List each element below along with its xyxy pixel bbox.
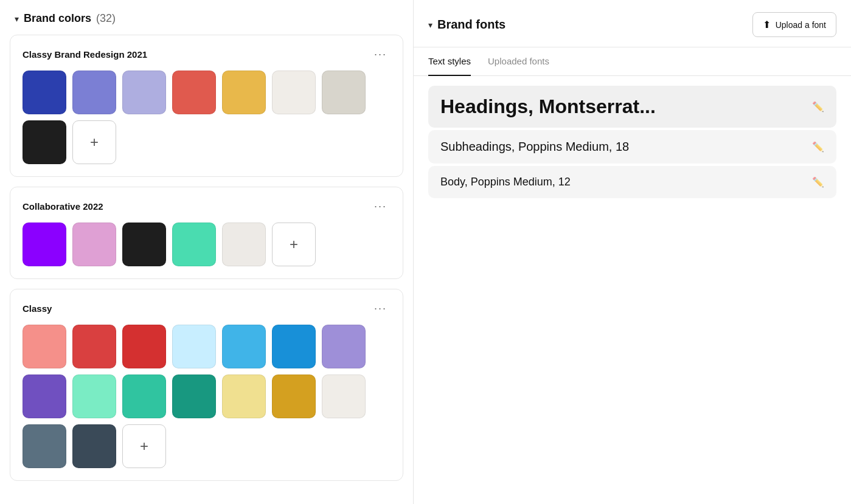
tab-text-styles[interactable]: Text styles bbox=[428, 47, 471, 76]
color-swatch[interactable] bbox=[72, 71, 116, 114]
color-group-collaborative-swatches: + bbox=[23, 223, 391, 266]
add-color-swatch-collaborative[interactable]: + bbox=[272, 223, 316, 266]
text-style-subheading-label: Subheadings, Poppins Medium, 18 bbox=[440, 140, 812, 154]
color-swatch[interactable] bbox=[272, 325, 316, 368]
color-swatch[interactable] bbox=[222, 71, 266, 114]
color-group-collaborative-header: Collaborative 2022 ··· bbox=[23, 199, 391, 213]
brand-colors-header: ▾ Brand colors (32) bbox=[0, 12, 413, 35]
color-swatch[interactable] bbox=[172, 71, 216, 114]
color-group-classy-more[interactable]: ··· bbox=[370, 302, 391, 315]
text-style-body-label: Body, Poppins Medium, 12 bbox=[440, 176, 812, 188]
add-color-swatch-classy-brand[interactable]: + bbox=[72, 120, 116, 164]
brand-fonts-header-left: ▾ Brand fonts bbox=[428, 18, 505, 32]
color-group-classy-swatches: + bbox=[23, 325, 391, 468]
color-swatch[interactable] bbox=[322, 375, 366, 418]
brand-colors-chevron[interactable]: ▾ bbox=[15, 14, 19, 24]
color-swatch[interactable] bbox=[23, 375, 66, 418]
color-swatch[interactable] bbox=[322, 71, 366, 114]
color-swatch[interactable] bbox=[23, 325, 66, 368]
color-swatch[interactable] bbox=[23, 223, 66, 266]
brand-fonts-header: ▾ Brand fonts ⬆ Upload a font bbox=[414, 0, 851, 47]
color-group-classy-name: Classy bbox=[23, 303, 52, 314]
color-swatch[interactable] bbox=[23, 120, 66, 164]
edit-heading-icon[interactable]: ✏️ bbox=[812, 101, 824, 112]
color-group-classy-brand-name: Classy Brand Redesign 2021 bbox=[23, 49, 147, 60]
color-swatch[interactable] bbox=[172, 375, 216, 418]
brand-fonts-chevron[interactable]: ▾ bbox=[428, 20, 432, 30]
brand-fonts-title: Brand fonts bbox=[437, 18, 505, 32]
tab-uploaded-fonts[interactable]: Uploaded fonts bbox=[488, 47, 549, 76]
upload-font-label: Upload a font bbox=[776, 20, 826, 30]
color-group-classy-header: Classy ··· bbox=[23, 302, 391, 315]
text-style-body[interactable]: Body, Poppins Medium, 12 ✏️ bbox=[428, 166, 836, 198]
color-swatch[interactable] bbox=[72, 325, 116, 368]
color-group-collaborative-name: Collaborative 2022 bbox=[23, 201, 103, 212]
color-swatch[interactable] bbox=[72, 375, 116, 418]
color-swatch[interactable] bbox=[122, 325, 166, 368]
color-group-classy-brand-more[interactable]: ··· bbox=[370, 47, 391, 61]
font-tabs: Text styles Uploaded fonts bbox=[414, 47, 851, 76]
color-swatch[interactable] bbox=[122, 375, 166, 418]
color-group-classy-brand-header: Classy Brand Redesign 2021 ··· bbox=[23, 47, 391, 61]
brand-colors-title: Brand colors bbox=[24, 12, 91, 25]
color-swatch[interactable] bbox=[272, 71, 316, 114]
color-swatch[interactable] bbox=[122, 223, 166, 266]
text-style-subheading[interactable]: Subheadings, Poppins Medium, 18 ✏️ bbox=[428, 130, 836, 164]
color-swatch[interactable] bbox=[322, 325, 366, 368]
color-group-classy-brand: Classy Brand Redesign 2021 ··· + bbox=[10, 35, 403, 177]
text-style-heading[interactable]: Headings, Montserrat... ✏️ bbox=[428, 86, 836, 128]
color-swatch[interactable] bbox=[23, 71, 66, 114]
color-swatch[interactable] bbox=[172, 325, 216, 368]
edit-body-icon[interactable]: ✏️ bbox=[812, 176, 824, 188]
color-swatch[interactable] bbox=[272, 375, 316, 418]
color-swatch[interactable] bbox=[222, 325, 266, 368]
color-swatch[interactable] bbox=[222, 375, 266, 418]
text-style-heading-label: Headings, Montserrat... bbox=[440, 95, 812, 118]
text-styles-list: Headings, Montserrat... ✏️ Subheadings, … bbox=[414, 76, 851, 208]
brand-colors-panel: ▾ Brand colors (32) Classy Brand Redesig… bbox=[0, 0, 414, 504]
edit-subheading-icon[interactable]: ✏️ bbox=[812, 141, 824, 153]
upload-font-button[interactable]: ⬆ Upload a font bbox=[752, 12, 836, 37]
brand-fonts-panel: ▾ Brand fonts ⬆ Upload a font Text style… bbox=[414, 0, 851, 504]
color-swatch[interactable] bbox=[23, 424, 66, 468]
color-swatch[interactable] bbox=[122, 71, 166, 114]
color-swatch[interactable] bbox=[222, 223, 266, 266]
color-swatch[interactable] bbox=[72, 424, 116, 468]
upload-icon: ⬆ bbox=[763, 19, 771, 30]
brand-colors-count: (32) bbox=[96, 12, 116, 25]
color-swatch[interactable] bbox=[172, 223, 216, 266]
color-group-collaborative-more[interactable]: ··· bbox=[370, 199, 391, 213]
color-group-classy: Classy ··· + bbox=[10, 289, 403, 481]
color-group-classy-brand-swatches: + bbox=[23, 71, 391, 164]
color-swatch[interactable] bbox=[72, 223, 116, 266]
color-group-collaborative: Collaborative 2022 ··· + bbox=[10, 187, 403, 279]
add-color-swatch-classy[interactable]: + bbox=[122, 424, 166, 468]
